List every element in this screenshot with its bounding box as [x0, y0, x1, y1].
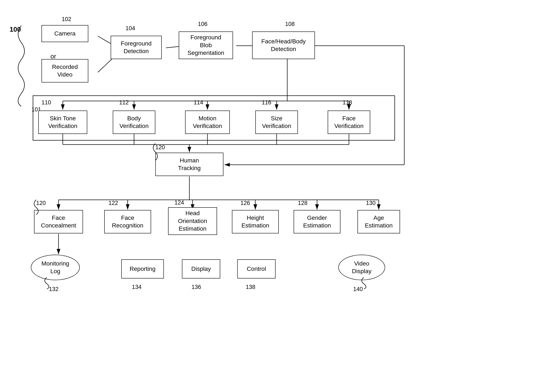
height-estimation-box: HeightEstimation [232, 210, 279, 233]
age-estimation-label: AgeEstimation [365, 214, 393, 230]
face-verification-box: FaceVerification [328, 111, 370, 134]
ref-110: 110 [42, 99, 51, 106]
human-tracking-box: HumanTracking [155, 153, 224, 176]
body-verification-label: BodyVerification [119, 115, 149, 130]
ref-106: 106 [198, 21, 207, 28]
recorded-video-label: RecordedVideo [52, 63, 78, 79]
age-estimation-box: AgeEstimation [357, 210, 400, 233]
ref-116: 116 [262, 99, 271, 106]
face-head-body-label: Face/Head/BodyDetection [261, 38, 306, 53]
camera-label: Camera [54, 30, 76, 37]
skin-tone-label: Skin ToneVerification [48, 115, 77, 130]
ref-124: 124 [175, 199, 184, 206]
display-box: Display [182, 259, 220, 279]
monitoring-log-ellipse: MonitoringLog [31, 255, 80, 280]
reporting-box: Reporting [121, 259, 164, 279]
face-recognition-label: FaceRecognition [112, 214, 143, 230]
video-display-label: VideoDisplay [352, 260, 371, 275]
face-recognition-box: FaceRecognition [104, 210, 151, 233]
height-estimation-label: HeightEstimation [242, 214, 269, 230]
ref-136: 136 [191, 284, 201, 290]
ref-102: 102 [62, 16, 71, 23]
wavy-132 [42, 276, 52, 289]
head-orientation-box: HeadOrientationEstimation [168, 207, 217, 235]
ref-126: 126 [240, 200, 250, 206]
ref-134: 134 [132, 284, 142, 290]
wavy-140 [358, 276, 369, 289]
face-concealment-box: FaceConcealment [34, 210, 83, 233]
face-verification-label: FaceVerification [334, 115, 364, 130]
human-tracking-label: HumanTracking [178, 157, 201, 172]
ref-130: 130 [366, 200, 376, 206]
face-head-body-box: Face/Head/BodyDetection [252, 32, 315, 59]
or-label: or [50, 53, 56, 60]
motion-verification-box: MotionVerification [185, 111, 230, 134]
reporting-label: Reporting [130, 265, 155, 273]
gender-estimation-box: GenderEstimation [294, 210, 340, 233]
ref-114: 114 [194, 99, 203, 106]
foreground-blob-label: ForegroundBlobSegmentation [187, 34, 224, 57]
ref-108: 108 [285, 21, 295, 28]
control-label: Control [247, 265, 266, 273]
motion-verification-label: MotionVerification [193, 115, 222, 130]
display-label: Display [191, 265, 211, 273]
recorded-video-box: RecordedVideo [42, 59, 88, 83]
size-verification-box: SizeVerification [255, 111, 298, 134]
wavy-120b [30, 198, 40, 215]
head-orientation-label: HeadOrientationEstimation [178, 209, 207, 233]
ref-138: 138 [246, 284, 255, 290]
foreground-blob-box: ForegroundBlobSegmentation [179, 32, 233, 59]
body-verification-box: BodyVerification [113, 111, 155, 134]
ref-112: 112 [119, 99, 129, 106]
foreground-detection-box: ForegroundDetection [111, 36, 162, 59]
monitoring-log-label: MonitoringLog [42, 260, 69, 275]
wavy-120 [149, 141, 160, 163]
size-verification-label: SizeVerification [262, 115, 291, 130]
control-box: Control [237, 259, 276, 279]
foreground-detection-label: ForegroundDetection [121, 40, 152, 55]
gender-estimation-label: GenderEstimation [303, 214, 331, 230]
diagram: or 100 101 Camera 102 RecordedVideo Fore… [0, 0, 533, 392]
ref-104: 104 [126, 25, 135, 32]
face-concealment-label: FaceConcealment [41, 214, 76, 230]
ref-128: 128 [298, 200, 307, 206]
ref-118: 118 [343, 99, 352, 106]
ref-122: 122 [109, 200, 118, 206]
wavy-bracket [9, 21, 25, 106]
skin-tone-box: Skin ToneVerification [38, 111, 87, 134]
camera-box: Camera [42, 25, 88, 42]
